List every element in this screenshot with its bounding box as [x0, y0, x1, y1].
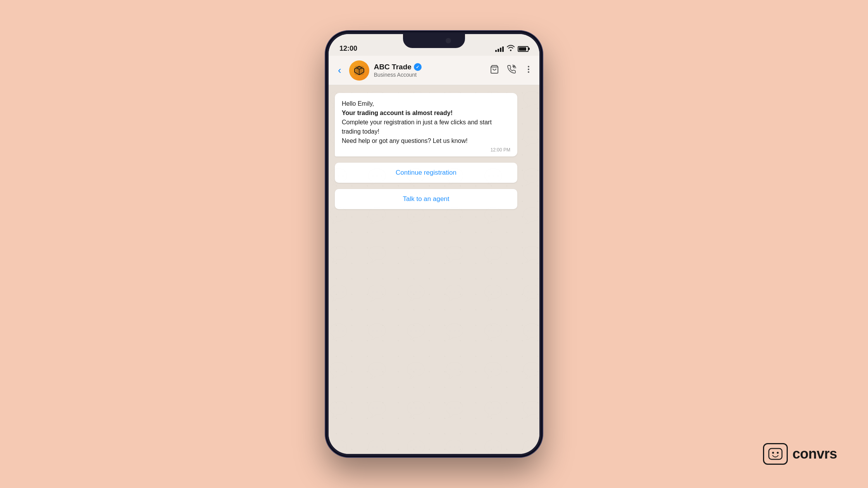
bag-icon[interactable] — [490, 65, 499, 76]
status-icons — [495, 45, 529, 53]
convrs-face-icon — [768, 448, 783, 460]
contact-subtitle: Business Account — [374, 72, 485, 78]
camera-dot — [446, 38, 451, 43]
continue-registration-button[interactable]: Continue registration — [335, 163, 517, 183]
convrs-logo-icon — [763, 443, 788, 465]
talk-to-agent-button[interactable]: Talk to an agent — [335, 189, 517, 209]
more-options-icon[interactable] — [524, 65, 533, 76]
convrs-logo-text: convrs — [792, 446, 837, 462]
contact-name-row: ABC Trade ✓ — [374, 63, 485, 71]
wifi-icon — [507, 45, 515, 53]
phone-frame: 12:00 — [326, 31, 542, 457]
chat-header: ‹ ABC Trade ✓ Busin — [329, 56, 539, 85]
header-actions — [490, 65, 533, 76]
svg-point-13 — [528, 71, 529, 73]
signal-icon — [495, 46, 504, 52]
status-bar: 12:00 — [329, 34, 539, 56]
avatar-icon — [353, 64, 365, 77]
svg-rect-14 — [769, 448, 782, 459]
back-button[interactable]: ‹ — [335, 63, 344, 78]
svg-point-15 — [772, 452, 774, 454]
message-body-1: Complete your registration in just a few… — [342, 119, 492, 135]
svg-point-11 — [528, 66, 529, 67]
message-timestamp: 12:00 PM — [342, 147, 510, 153]
message-text: Hello Emily, Your trading account is alm… — [342, 99, 510, 146]
message-body-2: Need help or got any questions? Let us k… — [342, 137, 468, 144]
avatar — [349, 60, 369, 81]
contact-info: ABC Trade ✓ Business Account — [374, 63, 485, 78]
chat-area: Hello Emily, Your trading account is alm… — [329, 85, 539, 454]
message-bold-line: Your trading account is almost ready! — [342, 108, 510, 118]
svg-point-16 — [777, 452, 778, 454]
notch — [403, 34, 465, 48]
verified-badge: ✓ — [414, 63, 422, 71]
add-call-icon[interactable] — [507, 65, 516, 76]
message-greeting: Hello Emily, — [342, 99, 510, 108]
battery-icon — [518, 46, 529, 52]
contact-name: ABC Trade — [374, 63, 412, 71]
phone-screen: 12:00 — [329, 34, 539, 454]
message-bubble: Hello Emily, Your trading account is alm… — [335, 93, 517, 156]
svg-point-12 — [528, 69, 529, 70]
convrs-branding: convrs — [763, 443, 837, 465]
